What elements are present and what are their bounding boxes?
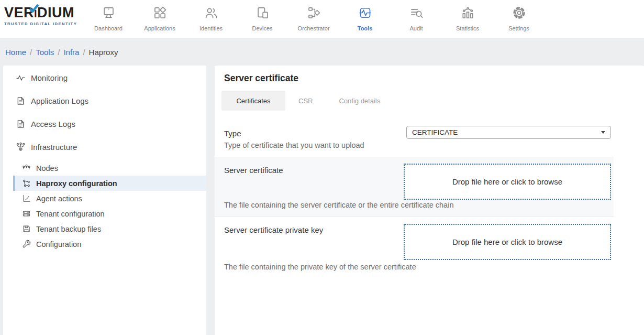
breadcrumb-link-infra[interactable]: Infra [63,48,79,57]
nav-label: Statistics [442,25,493,31]
page-title: Server certificate [224,73,644,84]
nav-item-audit[interactable]: Audit [391,6,442,31]
sidebar-item-infrastructure[interactable]: Infrastructure [3,135,206,158]
dropzone-text: Drop file here or click to browse [452,177,562,186]
sidebar-item-tenant-configuration[interactable]: Tenant configuration [3,206,206,221]
brand-name: VERIDIUM [4,5,77,21]
certificate-type-value: CERTIFICATE [412,128,458,136]
nav-item-dashboard[interactable]: Dashboard [83,6,134,31]
sidebar-item-label: Access Logs [31,120,75,128]
sidebar-item-label: Tenant configuration [36,210,105,218]
dashboard-icon [102,13,116,21]
server-certificate-dropzone[interactable]: Drop file here or click to browse [404,164,611,200]
sidebar-item-access-logs[interactable]: Access Logs [3,112,206,135]
breadcrumb-link-tools[interactable]: Tools [36,48,54,57]
breadcrumb-current: Haproxy [89,48,118,57]
nav-item-orchestrator[interactable]: Orchestrator [288,6,339,31]
main-panel: Server certificate CertificatesCSRConfig… [215,66,644,335]
nav-item-tools[interactable]: Tools [339,6,391,31]
sidebar-item-nodes[interactable]: Nodes [3,160,206,176]
sidebar-item-label: Tenant backup files [36,225,101,233]
nav-label: Orchestrator [288,25,339,31]
breadcrumb-separator: / [58,48,60,57]
configuration-icon [22,240,31,248]
orchestrator-icon [307,13,321,21]
server-certificate-description: The file containing the server certifica… [224,201,453,209]
nav-item-settings[interactable]: Settings [493,6,545,31]
breadcrumb-separator: / [83,48,85,57]
infrastructure-icon [16,142,26,152]
sidebar-item-label: Configuration [36,240,81,248]
private-key-description: The file containing the private key of t… [224,263,416,271]
nav-label: Audit [391,25,442,31]
nav-label: Applications [134,25,185,31]
nav-item-applications[interactable]: Applications [134,6,185,31]
sidebar-item-label: Monitoring [31,73,68,82]
haproxy-icon [22,179,31,188]
top-navbar: VERIDIUM TRUSTED DIGITAL IDENTITY Dashbo… [0,0,644,38]
brand-tagline: TRUSTED DIGITAL IDENTITY [4,21,77,26]
breadcrumb-separator: / [30,48,32,57]
tab-bar: CertificatesCSRConfig details [221,91,644,111]
logo-checkmark-icon [28,0,40,16]
nodes-icon [22,164,31,172]
tab-certificates[interactable]: Certificates [221,91,285,111]
sidebar-item-tenant-backup-files[interactable]: Tenant backup files [3,221,206,236]
primary-nav: DashboardApplicationsIdentitiesDevicesOr… [83,6,545,31]
type-field-row: Type Type of certificate that you want t… [215,122,614,157]
sidebar-item-label: Application Logs [31,96,88,105]
tenant-config-icon [22,209,31,218]
breadcrumb-link-home[interactable]: Home [5,48,26,57]
nav-label: Dashboard [83,25,134,31]
sidebar-item-label: Infrastructure [31,143,77,152]
sidebar-item-label: Haproxy configuration [36,179,117,188]
nav-label: Identities [185,25,237,31]
sidebar-item-configuration[interactable]: Configuration [3,236,206,252]
sidebar-item-label: Agent actions [36,194,82,203]
devices-icon [256,13,270,21]
backup-icon [22,224,31,233]
applications-icon [153,13,167,21]
private-key-dropzone[interactable]: Drop file here or click to browse [404,224,611,260]
audit-icon [409,13,424,21]
chevron-down-icon [601,131,605,134]
identities-icon [204,13,218,21]
sidebar-item-haproxy-configuration[interactable]: Haproxy configuration [13,176,206,191]
nav-item-statistics[interactable]: Statistics [442,6,493,31]
agent-actions-icon [22,194,31,203]
document-icon [16,96,26,106]
tab-config-details[interactable]: Config details [326,91,393,111]
nav-label: Settings [493,25,545,31]
sidebar-item-application-logs[interactable]: Application Logs [3,89,206,112]
dropzone-text: Drop file here or click to browse [452,237,562,246]
server-certificate-row: Server certificate Drop file here or cli… [215,157,614,217]
nav-label: Tools [339,25,391,31]
nav-item-devices[interactable]: Devices [237,6,288,31]
sidebar-item-agent-actions[interactable]: Agent actions [3,191,206,206]
nav-item-identities[interactable]: Identities [185,6,237,31]
document-icon [16,119,26,129]
tools-icon [358,13,372,21]
brand-logo[interactable]: VERIDIUM TRUSTED DIGITAL IDENTITY [4,5,77,26]
certificate-type-select[interactable]: CERTIFICATE [406,126,611,139]
certificate-form: Type Type of certificate that you want t… [215,122,614,277]
settings-icon [512,13,526,21]
type-description: Type of certificate that you want to upl… [224,141,604,149]
statistics-icon [461,13,475,21]
monitoring-icon [16,73,26,83]
nav-label: Devices [237,25,288,31]
sidebar-item-label: Nodes [36,164,58,172]
sidebar: MonitoringApplication LogsAccess LogsInf… [3,66,206,335]
tab-csr[interactable]: CSR [285,91,326,111]
sidebar-item-monitoring[interactable]: Monitoring [3,66,206,89]
private-key-row: Server certificate private key Drop file… [215,217,614,277]
breadcrumb: Home/Tools/Infra/Haproxy [0,38,644,66]
